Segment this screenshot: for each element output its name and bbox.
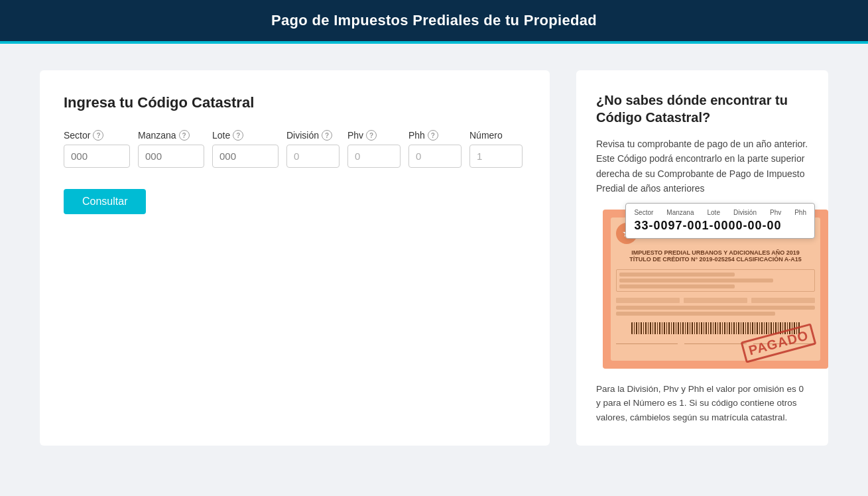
field-group-numero: Número [469,130,523,168]
receipt-inner: ★ COMPROBANTEDE INGRESO A IMPUESTO PREDI… [611,217,820,361]
callout-header: Sector Manzana Lote División Phv Phh [634,209,806,216]
consultar-button[interactable]: Consultar [64,189,146,214]
receipt-section-1 [616,269,815,292]
fields-row: Sector ? Manzana ? Lote ? [64,130,526,168]
input-phv[interactable] [347,145,401,168]
input-lote[interactable] [212,145,279,168]
help-footer-text: Para la División, Phv y Phh el valor por… [596,382,808,425]
help-icon-lote[interactable]: ? [233,130,243,141]
receipt-lines [619,273,812,288]
right-panel: ¿No sabes dónde encontrar tu Código Cata… [576,70,828,446]
code-callout: Sector Manzana Lote División Phv Phh 33-… [625,203,815,239]
receipt-line [616,306,815,310]
callout-col-phv: Phv [770,209,781,216]
label-text-division: División [286,130,319,141]
field-group-phh: Phh ? [408,130,462,168]
help-icon-sector[interactable]: ? [93,130,103,141]
form-title: Ingresa tu Código Catastral [64,94,526,111]
label-manzana: Manzana ? [138,130,204,141]
callout-col-division: División [733,209,757,216]
receipt-val [684,298,747,303]
receipt-line [616,312,775,316]
label-text-phh: Phh [408,130,425,141]
label-lote: Lote ? [212,130,279,141]
receipt-values-row [616,298,815,303]
label-division: División ? [286,130,340,141]
receipt-sig-line [616,343,678,344]
catastral-code: 33-0097-001-0000-00-00 [634,219,806,233]
callout-col-lote: Lote [707,209,719,216]
label-phv: Phv ? [347,130,401,141]
label-sector: Sector ? [64,130,130,141]
input-manzana[interactable] [138,145,204,168]
receipt-title: IMPUESTO PREDIAL URBANOS Y ADICIONALES A… [616,249,815,263]
page-title: Pago de Impuestos Prediales de tu Propie… [271,12,597,29]
receipt-container: Sector Manzana Lote División Phv Phh 33-… [596,210,808,369]
label-text-manzana: Manzana [138,130,176,141]
field-group-lote: Lote ? [212,130,279,168]
field-group-manzana: Manzana ? [138,130,204,168]
callout-col-phh: Phh [794,209,806,216]
page-header: Pago de Impuestos Prediales de tu Propie… [0,0,868,41]
help-title: ¿No sabes dónde encontrar tu Código Cata… [596,92,808,126]
receipt-line [619,279,773,282]
input-phh[interactable] [408,145,462,168]
left-panel: Ingresa tu Código Catastral Sector ? Man… [40,70,550,446]
field-group-sector: Sector ? [64,130,130,168]
label-numero: Número [469,130,523,141]
label-text-numero: Número [469,130,503,141]
field-group-division: División ? [286,130,340,168]
input-numero[interactable] [469,145,523,168]
main-container: Ingresa tu Código Catastral Sector ? Man… [0,44,868,472]
help-description: Revisa tu comprobante de pago de un año … [596,137,808,196]
label-text-sector: Sector [64,130,90,141]
receipt-sig-line [684,343,746,344]
help-icon-manzana[interactable]: ? [179,130,190,141]
receipt-line [619,273,735,277]
callout-col-manzana: Manzana [666,209,694,216]
help-icon-division[interactable]: ? [322,130,332,141]
field-group-phv: Phv ? [347,130,401,168]
receipt-val [616,298,680,303]
help-icon-phh[interactable]: ? [428,130,438,141]
consultar-label: Consultar [82,196,127,207]
label-text-phv: Phv [347,130,363,141]
receipt-line [619,284,735,288]
receipt-lines-2 [616,306,815,316]
input-sector[interactable] [64,145,130,168]
label-phh: Phh ? [408,130,462,141]
receipt-val [751,298,815,303]
help-icon-phv[interactable]: ? [366,130,377,141]
label-text-lote: Lote [212,130,230,141]
callout-col-sector: Sector [634,209,653,216]
input-division[interactable] [286,145,340,168]
